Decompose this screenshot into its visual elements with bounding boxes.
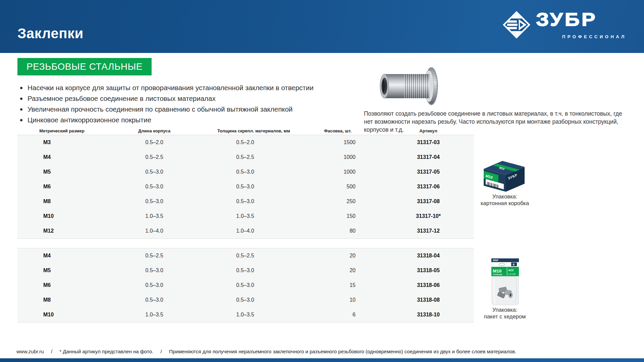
table-row: M101.0–3.51.0–3.5631318-10 [17, 307, 474, 322]
cell-sku: 31317-08 [383, 198, 474, 204]
table-section-bag: M40.5–2.50.5–2.52031318-04M50.5–3.00.5–3… [17, 248, 474, 322]
page-footer: www.zubr.ru / * Данный артикул представл… [16, 349, 630, 354]
footer-separator: / [51, 349, 52, 354]
cell-size: M5 [17, 267, 91, 274]
cell-sku: 31318-10 [383, 312, 474, 318]
table-row: M60.5–3.00.5–3.050031317-06 [17, 179, 474, 194]
cell-thickness: 0.5–3.0 [217, 267, 273, 274]
cell-size: M5 [17, 169, 91, 175]
page-title: Заклепки [17, 25, 84, 42]
brand-subtitle: ПРОФЕССИОНАЛ [562, 34, 627, 39]
cell-thickness: 0.5–3.0 [217, 282, 273, 288]
cell-size: M3 [17, 139, 91, 145]
cell-sku: 31317-03 [383, 139, 474, 145]
cell-pack: 6 [273, 312, 356, 318]
cell-length: 0.5–2.5 [91, 253, 217, 259]
feature-item: Цинковое антикоррозионное покрытие [19, 115, 355, 125]
table-header-row: Метрический размер Длина корпуса Толщина… [17, 127, 474, 135]
col-header-size: Метрический размер [17, 128, 91, 133]
cell-pack: 15 [273, 282, 356, 288]
cell-sku: 31318-05 [383, 267, 474, 274]
rivet-nut-photo [375, 66, 442, 106]
cell-thickness: 0.5–2.5 [217, 253, 273, 259]
cell-pack: 20 [273, 253, 356, 259]
svg-text:ЗУБР: ЗУБР [493, 259, 499, 261]
table-row: M40.5–2.50.5–2.52031318-04 [17, 248, 474, 263]
table-row: M121.0–4.01.0–4.08031317-12 [17, 224, 474, 238]
footnote-usage: Применяются для получения неразъемного з… [169, 349, 517, 354]
svg-text:1.0–3.5: 1.0–3.5 [508, 273, 516, 275]
cell-sku: 31318-06 [383, 282, 474, 288]
box-package-image: M10 ЗУБР M10 ЗУБР [482, 158, 527, 193]
cell-pack: 1000 [273, 154, 356, 160]
cell-thickness: 0.5–2.5 [217, 154, 273, 160]
footnote-photo: * Данный артикул представлен на фото. [59, 349, 153, 354]
cell-thickness: 0.5–3.0 [217, 297, 273, 303]
cell-pack: 20 [273, 267, 356, 274]
box-package-caption: Упаковка: картонная коробка [465, 193, 545, 206]
bottom-accent-bar [0, 358, 644, 362]
cell-length: 1.0–4.0 [91, 228, 217, 234]
category-badge: РЕЗЬБОВЫЕ СТАЛЬНЫЕ [17, 58, 152, 75]
cell-pack: 1000 [273, 169, 356, 175]
col-header-length: Длина корпуса [91, 128, 217, 133]
cell-length: 1.0–3.5 [91, 312, 217, 318]
table-row: M80.5–3.00.5–3.01031318-08 [17, 293, 474, 307]
cell-size: M6 [17, 184, 91, 190]
feature-list: Насечки на корпусе для защиты от провора… [19, 82, 355, 125]
table-row: M30.5–2.00.5–2.0150031317-03 [17, 135, 474, 150]
cell-size: M12 [17, 228, 91, 234]
cell-thickness: 1.0–4.0 [217, 228, 273, 234]
cell-size: M4 [17, 154, 91, 160]
zubr-diamond-icon [502, 11, 531, 39]
cell-size: M10 [17, 213, 91, 219]
cell-size: M8 [17, 297, 91, 303]
feature-item: Разъемное резьбовое соединение в листовы… [19, 93, 355, 104]
cell-length: 0.5–2.5 [91, 154, 217, 160]
cell-thickness: 0.5–2.0 [217, 139, 273, 145]
cell-pack: 150 [273, 213, 356, 219]
col-header-pack: Фасовка, шт. [273, 128, 356, 133]
table-row: M50.5–3.00.5–3.0100031317-05 [17, 165, 474, 179]
cell-length: 0.5–3.0 [91, 184, 217, 190]
cell-sku: 31317-05 [383, 169, 474, 175]
table-row: M40.5–2.50.5–2.5100031317-04 [17, 150, 474, 165]
svg-text:СТАЛЬНЫЕ: СТАЛЬНЫЕ [493, 274, 503, 276]
cell-length: 1.0–3.5 [91, 213, 217, 219]
table-row: M80.5–3.00.5–3.025031317-08 [17, 194, 474, 209]
cell-length: 0.5–3.0 [91, 169, 217, 175]
table-row: M101.0–3.51.0–3.515031317-10* [17, 209, 474, 224]
table-section-box: M30.5–2.00.5–2.0150031317-03M40.5–2.50.5… [17, 135, 474, 239]
page-header: Заклепки ЗУБР ПРОФЕССИОНАЛ [0, 0, 644, 53]
col-header-sku: Артикул [383, 128, 474, 133]
cell-sku: 31318-08 [383, 297, 474, 303]
table-row: M60.5–3.00.5–3.01531318-06 [17, 278, 474, 293]
cell-pack: 250 [273, 198, 356, 204]
cell-sku: 31318-04 [383, 253, 474, 259]
svg-text:ø13: ø13 [508, 268, 514, 272]
svg-text:M10: M10 [493, 268, 501, 274]
cell-thickness: 1.0–3.5 [217, 312, 273, 318]
cell-length: 0.5–3.0 [91, 297, 217, 303]
footer-separator: / [161, 349, 162, 354]
svg-text:6: 6 [513, 263, 515, 266]
cell-thickness: 0.5–3.0 [217, 169, 273, 175]
bag-package-image: ЗУБР 6 M10 СТАЛЬНЫЕ ø13 1.0–3.5 [490, 258, 521, 306]
cell-sku: 31317-04 [383, 154, 474, 160]
cell-sku: 31317-12 [383, 228, 474, 234]
cell-sku: 31317-06 [383, 184, 474, 190]
col-header-thickness: Толщина скрепл. материалов, мм [217, 128, 273, 133]
cell-thickness: 0.5–3.0 [217, 184, 273, 190]
feature-item: Насечки на корпусе для защиты от провора… [19, 82, 355, 93]
cell-size: M8 [17, 198, 91, 204]
site-link[interactable]: www.zubr.ru [16, 349, 44, 354]
cell-pack: 1500 [273, 139, 356, 145]
cell-length: 0.5–3.0 [91, 198, 217, 204]
cell-pack: 500 [273, 184, 356, 190]
cell-sku: 31317-10* [383, 213, 474, 219]
brand-name: ЗУБР [536, 9, 597, 30]
cell-pack: 10 [273, 297, 356, 303]
cell-size: M10 [17, 312, 91, 318]
cell-thickness: 1.0–3.5 [217, 213, 273, 219]
cell-pack: 80 [273, 228, 356, 234]
